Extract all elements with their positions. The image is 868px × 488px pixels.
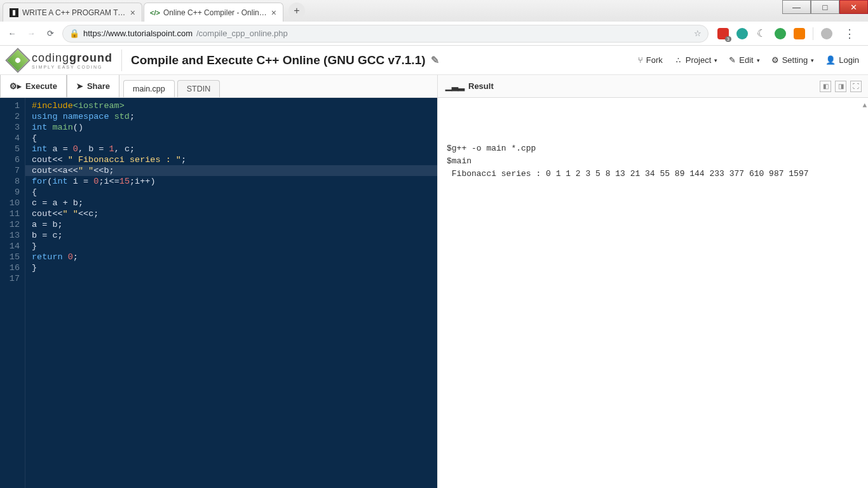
logo-subtitle: SIMPLY EASY CODING bbox=[32, 65, 112, 69]
execute-button[interactable]: ⚙▸ Execute bbox=[0, 75, 67, 97]
fork-icon: ⑂ bbox=[638, 55, 643, 65]
code-content[interactable]: #include<iostream>using namespace std;in… bbox=[25, 98, 437, 488]
gear-icon: ⚙ bbox=[771, 55, 779, 65]
ext-teal-icon[interactable] bbox=[736, 28, 748, 39]
scroll-up-icon[interactable]: ▲ bbox=[862, 99, 867, 112]
browser-menu-icon[interactable]: ⋮ bbox=[840, 27, 859, 41]
page-title-text: Compile and Execute C++ Online (GNU GCC … bbox=[131, 53, 426, 67]
project-button[interactable]: ⛬Project▾ bbox=[674, 55, 717, 65]
lock-icon: 🔒 bbox=[69, 29, 79, 38]
divider bbox=[121, 50, 122, 71]
page-title: Compile and Execute C++ Online (GNU GCC … bbox=[131, 53, 439, 67]
favicon-1: </> bbox=[151, 8, 159, 17]
layout-right-icon[interactable]: ◨ bbox=[835, 81, 846, 92]
chevron-down-icon: ▾ bbox=[757, 57, 760, 64]
profile-avatar-icon[interactable] bbox=[821, 28, 832, 39]
share-icon: ➤ bbox=[76, 81, 83, 91]
ext-green-icon[interactable] bbox=[775, 28, 786, 39]
setting-button[interactable]: ⚙Setting▾ bbox=[771, 55, 814, 65]
edit-title-icon[interactable]: ✎ bbox=[431, 54, 439, 66]
bars-icon: ▁▃▂ bbox=[445, 81, 465, 91]
reload-icon[interactable]: ⟳ bbox=[43, 27, 57, 41]
maximize-button[interactable]: □ bbox=[811, 0, 839, 14]
logo-text-light: coding bbox=[32, 51, 69, 64]
browser-titlebar: ▮ WRITE A C++ PROGRAM TO GE × </> Online… bbox=[0, 0, 868, 22]
file-tab-main[interactable]: main.cpp bbox=[123, 80, 175, 97]
moon-icon[interactable]: ☾ bbox=[756, 28, 767, 39]
file-tab-stdin-label: STDIN bbox=[187, 85, 211, 93]
close-window-button[interactable]: ✕ bbox=[839, 0, 868, 14]
window-controls: — □ ✕ bbox=[782, 0, 868, 14]
result-label-text: Result bbox=[468, 81, 494, 91]
browser-tab-1-label: Online C++ Compiler - Online C bbox=[163, 8, 268, 17]
chevron-down-icon: ▾ bbox=[714, 57, 717, 64]
project-icon: ⛬ bbox=[674, 55, 682, 65]
favicon-0: ▮ bbox=[10, 8, 18, 17]
ext-orange-icon[interactable] bbox=[794, 28, 805, 39]
browser-toolbar: ← → ⟳ 🔒 https://www.tutorialspoint.com/c… bbox=[0, 22, 868, 46]
browser-tab-0[interactable]: ▮ WRITE A C++ PROGRAM TO GE × bbox=[3, 3, 142, 22]
result-header: ▁▃▂ Result ◧ ◨ ⛶ bbox=[437, 75, 868, 97]
abp-extension-icon[interactable]: 3 bbox=[717, 28, 729, 39]
logo-mark-icon bbox=[5, 48, 31, 73]
action-left: ⚙▸ Execute ➤ Share main.cpp STDIN bbox=[0, 75, 437, 97]
edit-icon: ✎ bbox=[729, 55, 736, 65]
url-host: https://www.tutorialspoint.com bbox=[83, 29, 193, 38]
edit-label: Edit bbox=[739, 55, 753, 65]
chevron-down-icon: ▾ bbox=[811, 57, 814, 64]
browser-tabs: ▮ WRITE A C++ PROGRAM TO GE × </> Online… bbox=[0, 0, 305, 22]
file-tab-stdin[interactable]: STDIN bbox=[177, 80, 220, 97]
code-editor[interactable]: 1234567891011121314151617 #include<iostr… bbox=[0, 98, 437, 488]
extension-icons: 3 ☾ ⋮ bbox=[714, 27, 863, 41]
layout-left-icon[interactable]: ◧ bbox=[820, 81, 831, 92]
close-icon[interactable]: × bbox=[271, 8, 276, 18]
back-icon[interactable]: ← bbox=[5, 27, 19, 41]
login-button[interactable]: 👤Login bbox=[825, 55, 859, 65]
browser-tab-1[interactable]: </> Online C++ Compiler - Online C × bbox=[144, 3, 283, 22]
gear-run-icon: ⚙▸ bbox=[10, 81, 22, 91]
logo[interactable]: codingground SIMPLY EASY CODING bbox=[9, 51, 112, 69]
file-tabs: main.cpp STDIN bbox=[119, 75, 222, 97]
line-number-gutter: 1234567891011121314151617 bbox=[0, 98, 25, 488]
panes: 1234567891011121314151617 #include<iostr… bbox=[0, 98, 868, 488]
logo-text-bold: ground bbox=[69, 51, 112, 64]
action-row: ⚙▸ Execute ➤ Share main.cpp STDIN ▁▃▂ Re… bbox=[0, 75, 868, 98]
file-tab-main-label: main.cpp bbox=[133, 85, 165, 93]
user-icon: 👤 bbox=[825, 55, 836, 65]
result-output: ▲ $g++ -o main *.cpp$main Fibonacci seri… bbox=[437, 98, 868, 488]
divider bbox=[813, 27, 813, 40]
fullscreen-icon[interactable]: ⛶ bbox=[850, 81, 862, 92]
share-label: Share bbox=[87, 81, 110, 91]
login-label: Login bbox=[839, 55, 859, 65]
setting-label: Setting bbox=[782, 55, 808, 65]
project-label: Project bbox=[686, 55, 711, 65]
fork-label: Fork bbox=[646, 55, 663, 65]
abp-badge: 3 bbox=[725, 36, 731, 42]
site-header: codingground SIMPLY EASY CODING Compile … bbox=[0, 46, 868, 75]
address-bar[interactable]: 🔒 https://www.tutorialspoint.com/compile… bbox=[62, 25, 709, 43]
share-button[interactable]: ➤ Share bbox=[67, 75, 119, 97]
new-tab-button[interactable]: + bbox=[288, 3, 305, 19]
url-path: /compile_cpp_online.php bbox=[196, 29, 288, 38]
execute-label: Execute bbox=[25, 81, 57, 91]
forward-icon[interactable]: → bbox=[24, 27, 38, 41]
header-menu: ⑂Fork ⛬Project▾ ✎Edit▾ ⚙Setting▾ 👤Login bbox=[638, 55, 859, 65]
fork-button[interactable]: ⑂Fork bbox=[638, 55, 663, 65]
close-icon[interactable]: × bbox=[130, 8, 135, 18]
minimize-button[interactable]: — bbox=[782, 0, 811, 14]
edit-button[interactable]: ✎Edit▾ bbox=[729, 55, 759, 65]
star-icon[interactable]: ☆ bbox=[694, 29, 702, 38]
browser-tab-0-label: WRITE A C++ PROGRAM TO GE bbox=[22, 8, 126, 17]
